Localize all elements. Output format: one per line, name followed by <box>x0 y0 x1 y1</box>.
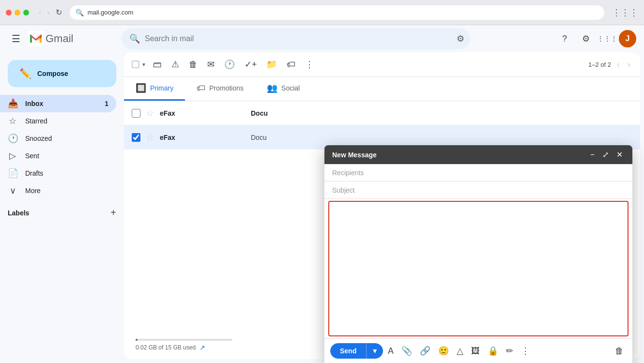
sent-icon: ▷ <box>8 151 17 161</box>
compose-minimize-button[interactable]: − <box>588 150 597 160</box>
compose-icon: ✏️ <box>19 68 31 79</box>
formatting-icon: A <box>388 346 394 356</box>
more-toolbar-icon: ⋮ <box>305 59 314 70</box>
report-spam-button[interactable]: ⚠ <box>168 56 183 73</box>
apps-button[interactable]: ⋮⋮⋮ <box>598 29 617 48</box>
formatting-button[interactable]: A <box>385 343 397 359</box>
more-options-button[interactable]: ⋮ <box>518 343 533 359</box>
email-checkbox-1[interactable] <box>132 109 140 118</box>
browser-back-button[interactable]: ‹ <box>37 7 43 18</box>
search-tune-button[interactable]: ⚙ <box>457 33 464 44</box>
tab-social[interactable]: 👥 Social <box>255 77 311 101</box>
browser-forward-button[interactable]: › <box>45 7 51 18</box>
email-checkbox-2[interactable] <box>132 133 140 142</box>
maximize-icon: ⤢ <box>602 150 609 159</box>
select-all-container[interactable]: ▼ <box>132 60 147 68</box>
drafts-label: Drafts <box>25 169 108 177</box>
primary-tab-label: Primary <box>150 84 173 92</box>
tab-primary[interactable]: 🔲 Primary <box>124 77 185 101</box>
search-input[interactable] <box>122 28 470 49</box>
search-icon: 🔍 <box>129 33 140 44</box>
photo-icon: 🖼 <box>471 346 480 356</box>
compose-button[interactable]: ✏️ Compose <box>8 60 116 87</box>
sidebar-item-starred[interactable]: ☆ Starred <box>0 112 116 130</box>
attach-button[interactable]: 📎 <box>399 343 415 359</box>
compose-close-button[interactable]: ✕ <box>614 149 625 160</box>
add-to-tasks-button[interactable]: ✓+ <box>241 56 261 73</box>
settings-icon: ⚙ <box>582 33 590 44</box>
gmail-logo[interactable]: Gmail <box>28 31 73 46</box>
next-page-button[interactable]: › <box>626 58 632 72</box>
photo-button[interactable]: 🖼 <box>468 343 483 359</box>
sidebar-item-inbox[interactable]: 📥 Inbox 1 <box>0 95 116 112</box>
more-label: More <box>25 187 108 195</box>
social-tab-icon: 👥 <box>267 83 277 93</box>
compose-body-area[interactable] <box>328 201 629 336</box>
compose-subject-field[interactable]: Subject <box>324 182 632 199</box>
archive-button[interactable]: 🗃 <box>149 57 166 73</box>
select-all-checkbox[interactable] <box>132 60 139 68</box>
address-bar[interactable]: 🔍 mail.google.com <box>70 5 604 20</box>
tab-promotions[interactable]: 🏷 Promotions <box>185 77 255 101</box>
label-as-button[interactable]: 🏷 <box>283 57 299 73</box>
table-row[interactable]: ☆ eFax Docu <box>124 101 640 125</box>
compose-maximize-button[interactable]: ⤢ <box>600 149 611 160</box>
email-star-2[interactable]: ☆ <box>144 132 156 143</box>
address-text: mail.google.com <box>88 9 134 16</box>
help-button[interactable]: ? <box>555 29 574 48</box>
lock-icon: 🔒 <box>488 346 498 356</box>
discard-button[interactable]: 🗑 <box>612 343 627 359</box>
send-button[interactable]: Send <box>330 343 366 359</box>
delete-button[interactable]: 🗑 <box>185 57 201 73</box>
compose-footer: Send ▼ A 📎 🔗 🙂 △ 🖼 🔒 ✏ ⋮ 🗑 <box>324 338 632 363</box>
browser-refresh-button[interactable]: ↻ <box>56 7 62 18</box>
traffic-lights <box>6 10 29 15</box>
compose-recipients-field[interactable]: Recipients <box>324 164 632 182</box>
pagination-info: 1–2 of 2 ‹ › <box>588 58 632 72</box>
compose-window: New Message − ⤢ ✕ Recipients Subject Sen… <box>324 145 632 363</box>
email-tabs: 🔲 Primary 🏷 Promotions 👥 Social <box>124 77 640 101</box>
browser-chrome: ‹ › ↻ 🔍 mail.google.com ⋮⋮⋮ <box>0 0 644 25</box>
settings-button[interactable]: ⚙ <box>576 29 596 48</box>
sidebar-item-snoozed[interactable]: 🕐 Snoozed <box>0 130 116 147</box>
manage-storage-icon[interactable]: ↗ <box>199 344 205 351</box>
storage-text: 0.02 GB of 15 GB used <box>136 344 196 351</box>
prev-page-button[interactable]: ‹ <box>615 58 622 72</box>
more-toolbar-button[interactable]: ⋮ <box>301 56 318 73</box>
emoji-button[interactable]: 🙂 <box>435 343 452 359</box>
avatar-label: J <box>626 34 630 43</box>
promotions-tab-icon: 🏷 <box>197 83 205 93</box>
browser-menu-button[interactable]: ⋮⋮⋮ <box>612 7 638 18</box>
storage-bar-track <box>136 339 232 341</box>
email-toolbar: ▼ 🗃 ⚠ 🗑 ✉ 🕐 ✓+ <box>124 52 640 77</box>
lock-button[interactable]: 🔒 <box>485 343 501 359</box>
sidebar-item-more[interactable]: ∨ More <box>0 182 116 199</box>
more-options-icon: ⋮ <box>521 346 530 356</box>
pagination-text: 1–2 of 2 <box>588 61 611 68</box>
compose-header: New Message − ⤢ ✕ <box>324 145 632 164</box>
move-to-button[interactable]: 📁 <box>262 56 281 73</box>
browser-nav-buttons: ‹ › ↻ <box>37 7 62 18</box>
sidebar-item-sent[interactable]: ▷ Sent <box>0 147 116 165</box>
select-dropdown-icon[interactable]: ▼ <box>140 61 147 68</box>
sidebar-item-drafts[interactable]: 📄 Drafts <box>0 165 116 182</box>
inbox-label: Inbox <box>25 100 91 107</box>
close-traffic-light[interactable] <box>6 10 12 15</box>
avatar-button[interactable]: J <box>619 30 636 47</box>
move-icon: 📁 <box>266 59 277 70</box>
gmail-m-icon <box>28 31 44 46</box>
compose-header-actions: − ⤢ ✕ <box>588 149 625 160</box>
send-dropdown-button[interactable]: ▼ <box>366 343 383 359</box>
snooze-toolbar-button[interactable]: 🕐 <box>220 56 239 73</box>
link-button[interactable]: 🔗 <box>417 343 433 359</box>
add-label-button[interactable]: + <box>110 207 116 218</box>
more-icon: ∨ <box>8 185 17 196</box>
fullscreen-traffic-light[interactable] <box>23 10 29 15</box>
drive-icon: △ <box>457 346 463 356</box>
drive-button[interactable]: △ <box>454 343 466 359</box>
minimize-traffic-light[interactable] <box>15 10 20 15</box>
mark-unread-button[interactable]: ✉ <box>203 56 218 73</box>
hamburger-menu-button[interactable]: ☰ <box>8 29 24 48</box>
email-star-1[interactable]: ☆ <box>144 108 156 119</box>
signature-button[interactable]: ✏ <box>503 343 516 359</box>
